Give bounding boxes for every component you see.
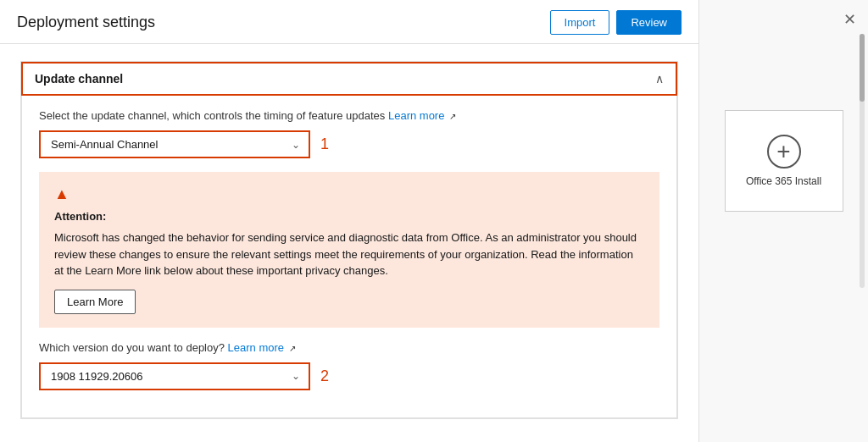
version-select[interactable]: 1908 11929.20606 Latest 1907 11901.20218 <box>41 364 309 389</box>
scrollbar[interactable] <box>860 34 866 288</box>
office-365-install-card[interactable]: + Office 365 Install <box>725 110 843 212</box>
right-panel: ✕ + Office 365 Install <box>698 0 868 442</box>
chevron-up-icon[interactable]: ∧ <box>655 72 664 86</box>
channel-select-row: Semi-Annual Channel Current Channel Mont… <box>39 130 659 158</box>
review-button[interactable]: Review <box>616 10 682 35</box>
card-label: Office 365 Install <box>746 175 821 187</box>
version-external-link-icon: ↗ <box>289 344 296 353</box>
version-learn-more-link[interactable]: Learn more <box>228 341 284 354</box>
page-title: Deployment settings <box>17 14 155 31</box>
alert-body: Microsoft has changed the behavior for s… <box>54 229 644 279</box>
alert-triangle-icon: ▲ <box>54 185 644 203</box>
channel-select[interactable]: Semi-Annual Channel Current Channel Mont… <box>41 132 309 157</box>
channel-description: Select the update channel, which control… <box>39 109 659 122</box>
section-header: Update channel ∧ <box>21 62 677 96</box>
section-body: Select the update channel, which control… <box>21 96 677 418</box>
header-buttons: Import Review <box>550 10 682 35</box>
version-select-wrapper: 1908 11929.20606 Latest 1907 11901.20218… <box>39 362 310 390</box>
close-button[interactable]: ✕ <box>843 10 856 29</box>
scrollbar-thumb <box>860 34 865 102</box>
alert-title: Attention: <box>54 210 644 223</box>
update-channel-section: Update channel ∧ Select the update chann… <box>20 61 678 419</box>
add-icon: + <box>767 135 801 169</box>
channel-select-wrapper: Semi-Annual Channel Current Channel Mont… <box>39 130 310 158</box>
scrollbar-track <box>860 34 865 288</box>
section-title: Update channel <box>35 72 123 86</box>
import-button[interactable]: Import <box>550 10 610 35</box>
content-area: Update channel ∧ Select the update chann… <box>0 44 698 442</box>
version-description: Which version do you want to deploy? Lea… <box>39 341 659 354</box>
channel-badge: 1 <box>320 135 329 153</box>
version-badge: 2 <box>320 367 329 385</box>
alert-learn-more-button[interactable]: Learn More <box>54 290 136 314</box>
external-link-icon: ↗ <box>449 112 456 121</box>
learn-more-link[interactable]: Learn more <box>388 109 444 122</box>
alert-box: ▲ Attention: Microsoft has changed the b… <box>39 172 659 328</box>
version-select-row: 1908 11929.20606 Latest 1907 11901.20218… <box>39 362 659 390</box>
